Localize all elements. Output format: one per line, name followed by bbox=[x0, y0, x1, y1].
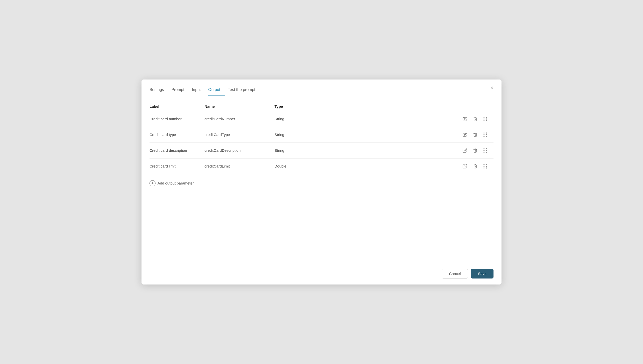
delete-button[interactable] bbox=[472, 163, 478, 170]
drag-button[interactable] bbox=[482, 132, 488, 138]
col-header-name: Name bbox=[204, 104, 274, 108]
edit-icon bbox=[462, 132, 467, 137]
close-button[interactable]: × bbox=[488, 84, 496, 92]
trash-icon bbox=[473, 132, 478, 137]
trash-icon bbox=[473, 117, 478, 121]
col-header-type: Type bbox=[274, 104, 324, 108]
edit-button[interactable] bbox=[462, 132, 468, 138]
modal: × Settings Prompt Input Output Test the … bbox=[142, 80, 502, 284]
delete-button[interactable] bbox=[472, 116, 478, 122]
row-name: creditCardType bbox=[204, 132, 274, 137]
trash-icon bbox=[473, 148, 478, 153]
edit-icon bbox=[462, 164, 467, 168]
delete-button[interactable] bbox=[472, 132, 478, 138]
edit-button[interactable] bbox=[462, 147, 468, 154]
edit-button[interactable] bbox=[462, 116, 468, 122]
row-type: String bbox=[274, 117, 324, 121]
table-row: Credit card limit creditCardLimit Double bbox=[150, 158, 494, 174]
table-row: Credit card number creditCardNumber Stri… bbox=[150, 111, 494, 127]
add-param-label: Add output parameter bbox=[158, 181, 194, 185]
row-actions bbox=[324, 147, 494, 154]
table-header: Label Name Type bbox=[150, 104, 494, 111]
tab-test[interactable]: Test the prompt bbox=[228, 84, 260, 96]
tab-prompt[interactable]: Prompt bbox=[172, 84, 190, 96]
edit-button[interactable] bbox=[462, 163, 468, 170]
row-type: String bbox=[274, 132, 324, 137]
row-name: creditCardDescription bbox=[204, 148, 274, 152]
drag-icon bbox=[484, 117, 488, 121]
row-label: Credit card description bbox=[150, 148, 204, 152]
plus-circle-icon: + bbox=[150, 180, 156, 186]
drag-button[interactable] bbox=[482, 163, 488, 170]
col-header-label: Label bbox=[150, 104, 204, 108]
row-type: Double bbox=[274, 164, 324, 168]
tab-settings[interactable]: Settings bbox=[150, 84, 169, 96]
row-actions bbox=[324, 132, 494, 138]
table-row: Credit card description creditCardDescri… bbox=[150, 143, 494, 158]
drag-icon bbox=[484, 132, 488, 137]
trash-icon bbox=[473, 164, 478, 168]
edit-icon bbox=[462, 117, 467, 121]
row-actions bbox=[324, 116, 494, 122]
modal-body: Label Name Type Credit card number credi… bbox=[142, 96, 502, 263]
drag-icon bbox=[484, 148, 488, 153]
drag-icon bbox=[484, 164, 488, 168]
modal-footer: Cancel Save bbox=[142, 263, 502, 284]
drag-button[interactable] bbox=[482, 116, 488, 122]
add-output-parameter-button[interactable]: + Add output parameter bbox=[150, 179, 194, 187]
drag-button[interactable] bbox=[482, 147, 488, 154]
table-row: Credit card type creditCardType String bbox=[150, 127, 494, 143]
tab-input[interactable]: Input bbox=[192, 84, 206, 96]
tab-bar: Settings Prompt Input Output Test the pr… bbox=[142, 80, 502, 96]
row-name: creditCardNumber bbox=[204, 117, 274, 121]
edit-icon bbox=[462, 148, 467, 153]
save-button[interactable]: Save bbox=[471, 269, 494, 278]
delete-button[interactable] bbox=[472, 147, 478, 154]
cancel-button[interactable]: Cancel bbox=[442, 269, 468, 278]
row-label: Credit card limit bbox=[150, 164, 204, 168]
row-name: creditCardLimit bbox=[204, 164, 274, 168]
row-label: Credit card type bbox=[150, 132, 204, 137]
tab-output[interactable]: Output bbox=[208, 84, 225, 96]
row-type: String bbox=[274, 148, 324, 152]
row-label: Credit card number bbox=[150, 117, 204, 121]
row-actions bbox=[324, 163, 494, 170]
